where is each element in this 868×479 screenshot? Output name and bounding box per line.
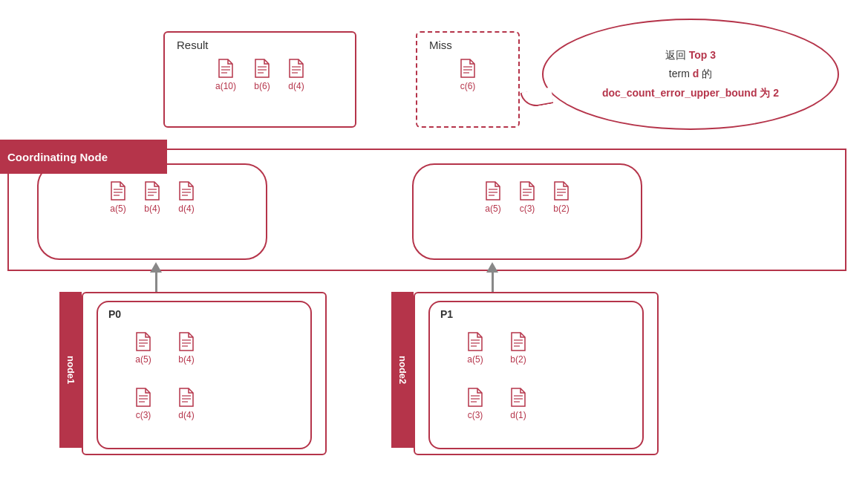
result-item-1: b(6) bbox=[254, 59, 270, 91]
speech-bubble: 返回 Top 3 term d 的 doc_count_error_upper_… bbox=[542, 19, 839, 130]
miss-title: Miss bbox=[429, 39, 506, 51]
result-item-2: d(4) bbox=[288, 59, 304, 91]
result-item-0: a(10) bbox=[215, 59, 236, 91]
right-shard-items: a(5) c(3) b(2) bbox=[485, 181, 570, 214]
result-title: Result bbox=[177, 39, 343, 51]
bubble-line2: term d 的 bbox=[669, 68, 712, 79]
coord-node-label: Coordinating Node bbox=[0, 140, 167, 174]
right-shard-item-1: c(3) bbox=[519, 181, 535, 214]
right-shard-box: a(5) c(3) b(2) bbox=[412, 163, 642, 260]
p0-item-b: b(4) bbox=[178, 332, 195, 365]
p1-row2: c(3) d(1) bbox=[467, 388, 526, 420]
p1-item-a: a(5) bbox=[467, 332, 483, 365]
left-shard-box: a(5) b(4) d(4) bbox=[37, 163, 267, 260]
p1-label: P1 bbox=[440, 308, 453, 320]
p0-item-d: d(4) bbox=[178, 388, 195, 420]
miss-box: Miss c(6) bbox=[416, 31, 520, 128]
miss-items: c(6) bbox=[429, 59, 506, 91]
bubble-content: 返回 Top 3 term d 的 doc_count_error_upper_… bbox=[602, 46, 779, 102]
bubble-line3: doc_count_error_upper_bound 为 2 bbox=[602, 87, 779, 99]
left-shard-item-2: d(4) bbox=[178, 181, 195, 214]
p0-partition-box: P0 a(5) b(4) bbox=[97, 301, 312, 449]
p0-row2: c(3) d(4) bbox=[135, 388, 195, 420]
left-shard-items: a(5) b(4) d(4) bbox=[110, 181, 195, 214]
p1-partition-box: P1 a(5) b(2) bbox=[428, 301, 644, 449]
node1-label: node1 bbox=[59, 292, 82, 448]
p1-item-c: c(3) bbox=[467, 388, 483, 420]
node2-label: node2 bbox=[391, 292, 414, 448]
result-box: Result a(10) b(6) bbox=[163, 31, 356, 128]
p0-row1: a(5) b(4) bbox=[135, 332, 195, 365]
left-shard-item-0: a(5) bbox=[110, 181, 126, 214]
arrow-head-right bbox=[486, 262, 498, 273]
p0-label: P0 bbox=[108, 308, 121, 320]
right-shard-item-0: a(5) bbox=[485, 181, 501, 214]
p1-row1: a(5) b(2) bbox=[467, 332, 526, 365]
left-shard-item-1: b(4) bbox=[144, 181, 160, 214]
p0-item-a: a(5) bbox=[135, 332, 151, 365]
bubble-line1: 返回 Top 3 bbox=[665, 49, 716, 61]
p0-item-c: c(3) bbox=[135, 388, 151, 420]
p1-item-b: b(2) bbox=[510, 332, 526, 365]
arrow-head-left bbox=[150, 262, 162, 273]
p1-item-d: d(1) bbox=[510, 388, 526, 420]
right-shard-item-2: b(2) bbox=[553, 181, 570, 214]
miss-item-0: c(6) bbox=[460, 59, 476, 91]
result-items: a(10) b(6) d(4) bbox=[177, 59, 343, 91]
